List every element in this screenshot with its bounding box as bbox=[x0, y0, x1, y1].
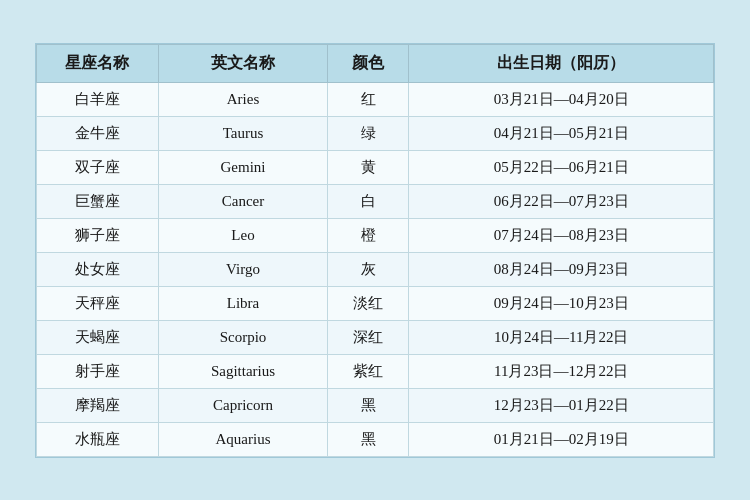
cell-en: Taurus bbox=[158, 116, 327, 150]
header-en: 英文名称 bbox=[158, 44, 327, 82]
cell-en: Aquarius bbox=[158, 422, 327, 456]
zodiac-table-container: 星座名称 英文名称 颜色 出生日期（阳历） 白羊座Aries红03月21日—04… bbox=[35, 43, 715, 458]
cell-color: 橙 bbox=[328, 218, 409, 252]
table-row: 白羊座Aries红03月21日—04月20日 bbox=[37, 82, 714, 116]
cell-color: 黑 bbox=[328, 388, 409, 422]
table-row: 天秤座Libra淡红09月24日—10月23日 bbox=[37, 286, 714, 320]
cell-en: Libra bbox=[158, 286, 327, 320]
cell-color: 白 bbox=[328, 184, 409, 218]
table-header-row: 星座名称 英文名称 颜色 出生日期（阳历） bbox=[37, 44, 714, 82]
header-cn: 星座名称 bbox=[37, 44, 159, 82]
cell-date: 06月22日—07月23日 bbox=[409, 184, 714, 218]
cell-cn: 摩羯座 bbox=[37, 388, 159, 422]
cell-en: Scorpio bbox=[158, 320, 327, 354]
header-color: 颜色 bbox=[328, 44, 409, 82]
cell-date: 04月21日—05月21日 bbox=[409, 116, 714, 150]
cell-date: 03月21日—04月20日 bbox=[409, 82, 714, 116]
table-row: 天蝎座Scorpio深红10月24日—11月22日 bbox=[37, 320, 714, 354]
cell-cn: 处女座 bbox=[37, 252, 159, 286]
cell-cn: 水瓶座 bbox=[37, 422, 159, 456]
cell-color: 灰 bbox=[328, 252, 409, 286]
table-row: 摩羯座Capricorn黑12月23日—01月22日 bbox=[37, 388, 714, 422]
cell-cn: 射手座 bbox=[37, 354, 159, 388]
cell-date: 05月22日—06月21日 bbox=[409, 150, 714, 184]
table-row: 水瓶座Aquarius黑01月21日—02月19日 bbox=[37, 422, 714, 456]
cell-cn: 白羊座 bbox=[37, 82, 159, 116]
cell-cn: 天蝎座 bbox=[37, 320, 159, 354]
cell-en: Gemini bbox=[158, 150, 327, 184]
cell-date: 10月24日—11月22日 bbox=[409, 320, 714, 354]
cell-color: 绿 bbox=[328, 116, 409, 150]
table-body: 白羊座Aries红03月21日—04月20日金牛座Taurus绿04月21日—0… bbox=[37, 82, 714, 456]
cell-cn: 双子座 bbox=[37, 150, 159, 184]
cell-en: Capricorn bbox=[158, 388, 327, 422]
cell-color: 黑 bbox=[328, 422, 409, 456]
cell-en: Cancer bbox=[158, 184, 327, 218]
cell-date: 08月24日—09月23日 bbox=[409, 252, 714, 286]
cell-date: 01月21日—02月19日 bbox=[409, 422, 714, 456]
table-row: 处女座Virgo灰08月24日—09月23日 bbox=[37, 252, 714, 286]
cell-color: 深红 bbox=[328, 320, 409, 354]
cell-color: 紫红 bbox=[328, 354, 409, 388]
table-row: 双子座Gemini黄05月22日—06月21日 bbox=[37, 150, 714, 184]
cell-date: 11月23日—12月22日 bbox=[409, 354, 714, 388]
cell-en: Virgo bbox=[158, 252, 327, 286]
table-row: 狮子座Leo橙07月24日—08月23日 bbox=[37, 218, 714, 252]
cell-date: 12月23日—01月22日 bbox=[409, 388, 714, 422]
cell-date: 07月24日—08月23日 bbox=[409, 218, 714, 252]
cell-cn: 天秤座 bbox=[37, 286, 159, 320]
cell-color: 淡红 bbox=[328, 286, 409, 320]
cell-cn: 巨蟹座 bbox=[37, 184, 159, 218]
cell-cn: 金牛座 bbox=[37, 116, 159, 150]
zodiac-table: 星座名称 英文名称 颜色 出生日期（阳历） 白羊座Aries红03月21日—04… bbox=[36, 44, 714, 457]
cell-en: Aries bbox=[158, 82, 327, 116]
table-row: 射手座Sagittarius紫红11月23日—12月22日 bbox=[37, 354, 714, 388]
header-date: 出生日期（阳历） bbox=[409, 44, 714, 82]
cell-cn: 狮子座 bbox=[37, 218, 159, 252]
cell-date: 09月24日—10月23日 bbox=[409, 286, 714, 320]
cell-en: Sagittarius bbox=[158, 354, 327, 388]
cell-en: Leo bbox=[158, 218, 327, 252]
table-row: 巨蟹座Cancer白06月22日—07月23日 bbox=[37, 184, 714, 218]
table-row: 金牛座Taurus绿04月21日—05月21日 bbox=[37, 116, 714, 150]
cell-color: 红 bbox=[328, 82, 409, 116]
cell-color: 黄 bbox=[328, 150, 409, 184]
